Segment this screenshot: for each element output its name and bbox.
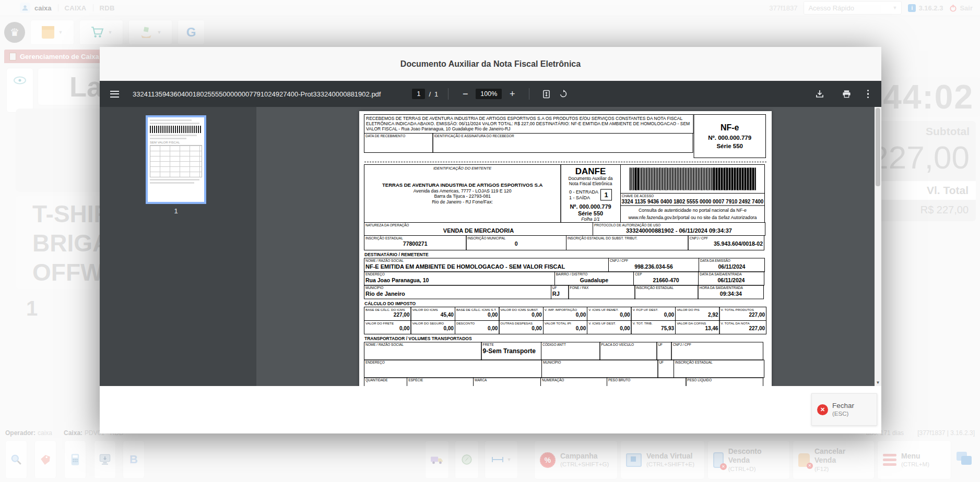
imp-value: 0,00: [587, 312, 631, 318]
transp-qtd-label: QUANTIDADE: [364, 378, 407, 383]
imposto-header: CÁLCULO DO IMPOSTO: [364, 301, 766, 306]
tear-line: [364, 162, 766, 162]
modal-header: Documento Auxiliar da Nota Fiscal Eletrô…: [100, 47, 881, 81]
fit-page-button[interactable]: [539, 87, 553, 101]
print-button[interactable]: [840, 87, 854, 101]
imp-value: 75,93: [632, 326, 675, 332]
transp-cnpj-label: CNPJ / CPF: [672, 343, 763, 347]
consulta-line1: Consulta de autenticidade no portal naci…: [621, 208, 764, 213]
more-options-button[interactable]: [867, 90, 869, 99]
imp-label: VALOR DO SEGURO: [411, 321, 454, 326]
dest-municipio: Rio de Janeiro: [364, 291, 551, 297]
imp-value: 0,00: [455, 326, 499, 332]
danfe-folha: Folha 1/1: [581, 216, 599, 222]
ie-label: INSCRIÇÃO ESTADUAL: [364, 236, 466, 240]
imp-label: VALOR DO ICMS: [411, 307, 454, 312]
divider: [529, 88, 529, 100]
danfe-saida: 1 - SAÍDA: [569, 195, 598, 201]
danfe-serie: Série 550: [578, 210, 603, 216]
transp-uf2: [658, 365, 674, 366]
zoom-level[interactable]: 100%: [476, 89, 502, 99]
thumbnail-sidebar: SEM VALOR FISCAL 1: [100, 107, 256, 386]
transp-ie-label: INSCRIÇÃO ESTADUAL: [674, 360, 764, 365]
im-value: 0: [466, 240, 566, 247]
imp-label: BASE DE CÁLC. ICMS S.T.: [455, 307, 499, 312]
iest-value: [566, 240, 688, 241]
transp-municipio-label: MUNICÍPIO: [542, 360, 657, 365]
page-thumbnail[interactable]: SEM VALOR FISCAL: [146, 115, 206, 204]
zoom-out-button[interactable]: −: [458, 87, 472, 101]
transp-municipio: [542, 365, 657, 366]
pdf-filename: 3324113594360400180255550000000779102492…: [133, 90, 381, 98]
imp-label: V. TOTAL PRODUTOS: [720, 307, 766, 312]
imp-label: VALOR DA COFINS: [676, 321, 719, 326]
imp-value: 227,00: [720, 312, 766, 318]
consulta-line2: www.nfe.fazenda.gov.br/portal ou no site…: [621, 215, 764, 221]
cnpj-emit-value: 35.943.604/0018-02: [689, 240, 764, 247]
chave-value: 3324 1135 9436 0400 1802 5555 0000 0007 …: [621, 198, 764, 205]
dest-bairro: Guadalupe: [555, 277, 633, 284]
dest-nome: NF-E EMITIDA EM AMBIENTE DE HOMOLOGACAO …: [364, 263, 608, 270]
scrollbar-thumb[interactable]: [876, 108, 880, 186]
sidebar-toggle-button[interactable]: [110, 91, 119, 98]
transp-uf2-label: UF: [658, 360, 674, 365]
transp-marca-label: MARCA: [474, 378, 540, 383]
dest-cnpj-label: CNPJ / CPF: [609, 259, 699, 263]
imp-label: V. ICMS UF DEST.: [587, 321, 631, 326]
transp-ie: [674, 365, 764, 366]
barcode: [629, 168, 755, 190]
transp-endereco: [364, 365, 541, 366]
nfe-number: Nº. 000.000.779: [708, 134, 751, 141]
imp-value: 0,00: [455, 312, 499, 318]
fit-page-icon: [542, 90, 550, 99]
imp-value: 0,00: [587, 326, 631, 332]
imp-value: 13,46: [676, 326, 719, 332]
assinatura-label: IDENTIFICAÇÃO E ASSINATURA DO RECEBEDOR: [433, 134, 693, 138]
transp-placa: [600, 347, 656, 348]
danfe-modal: Documento Auxiliar da Nota Fiscal Eletrô…: [100, 47, 881, 433]
natureza-value: VENDA DE MERCADORIA: [364, 227, 593, 234]
dest-emissao-label: DATA DA EMISSÃO: [699, 259, 764, 263]
page-number-input[interactable]: 1: [412, 89, 425, 99]
close-icon: ✕: [817, 404, 828, 415]
imp-label: V. FCP UF DEST.: [632, 307, 675, 312]
close-label: Fechar: [832, 401, 854, 411]
close-button[interactable]: ✕ Fechar (ESC): [811, 393, 877, 426]
transp-frete: 9-Sem Transporte: [482, 347, 541, 355]
transp-antt-label: CÓDIGO ANTT: [541, 343, 599, 347]
viewer-scrollbar[interactable]: ▼: [875, 107, 881, 386]
rotate-button[interactable]: [557, 87, 570, 101]
pdf-viewer-body: SEM VALOR FISCAL 1 RECEBEMOS DE TERRAS D…: [100, 107, 881, 386]
imp-label: VALOR DO PIS: [676, 307, 719, 312]
modal-footer: ✕ Fechar (ESC): [100, 386, 881, 433]
imp-label: V. TOTAL DA NOTA: [720, 321, 766, 326]
download-button[interactable]: [813, 87, 826, 101]
dest-bairro-label: BAIRRO / DISTRITO: [555, 272, 633, 277]
zoom-in-button[interactable]: +: [505, 87, 519, 101]
ie-value: 77800271: [364, 240, 466, 247]
scroll-down-arrow[interactable]: ▼: [875, 380, 881, 385]
imp-label: VALOR TOTAL IPI: [544, 321, 587, 326]
imp-value: 0,00: [364, 326, 410, 332]
imp-value: 0,00: [499, 312, 542, 318]
imp-value: 0,00: [544, 312, 587, 318]
imp-label: VALOR DO ICMS SUBST.: [499, 307, 542, 312]
imp-value: 0,00: [544, 326, 587, 332]
dest-saida: 06/11/2024: [699, 277, 764, 284]
pdf-page-area[interactable]: RECEBEMOS DE TERRAS DE AVENTURA INDUSTRI…: [256, 107, 881, 386]
imp-label: V. ICMS UF REMET.: [587, 307, 631, 312]
dest-cep-label: CEP: [634, 272, 698, 277]
nfe-series: Série 550: [716, 142, 743, 150]
close-shortcut: (ESC): [832, 410, 854, 418]
transp-endereco-label: ENDEREÇO: [364, 360, 541, 365]
transp-uf1: [657, 347, 671, 348]
emitente-nome: TERRAS DE AVENTURA INDUSTRIA DE ARTIGOS …: [382, 182, 542, 188]
modal-title: Documento Auxiliar da Nota Fiscal Eletrô…: [400, 59, 581, 69]
danfe-content: RECEBEMOS DE TERRAS DE AVENTURA INDUSTRI…: [359, 111, 772, 386]
print-icon: [842, 90, 851, 98]
dest-hora: 09:34:34: [699, 291, 763, 297]
thumb-watermark: SEM VALOR FISCAL: [150, 141, 202, 144]
download-icon: [816, 90, 824, 98]
destinatario-header: DESTINATÁRIO / REMETENTE: [364, 252, 766, 258]
dest-saida-label: DATA DA SAÍDA/ENTRADA: [699, 272, 764, 277]
